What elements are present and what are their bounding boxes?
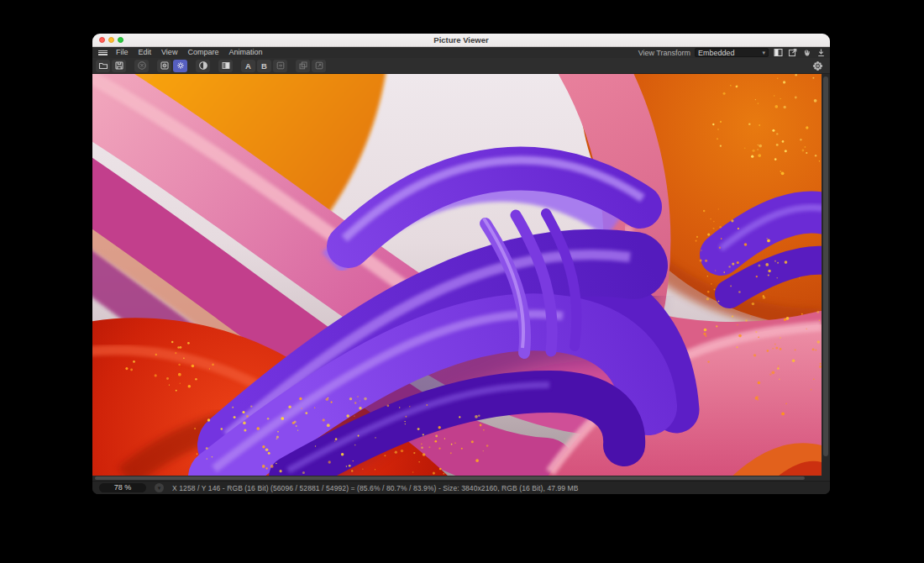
swap-icon	[276, 61, 286, 71]
channel-b-button[interactable]: B	[257, 60, 271, 72]
download-icon[interactable]	[816, 48, 826, 57]
minimize-button[interactable]	[108, 37, 114, 43]
swap-ab-button[interactable]	[273, 60, 287, 72]
horizontal-scrollbar-thumb[interactable]	[95, 476, 805, 480]
split-view-icon[interactable]	[773, 48, 783, 57]
contrast-button[interactable]	[196, 60, 210, 72]
contrast-icon	[198, 61, 208, 71]
render-settings-button[interactable]	[157, 60, 171, 72]
pages-icon	[221, 61, 231, 71]
menu-compare[interactable]: Compare	[182, 47, 223, 58]
gear-icon	[176, 61, 186, 71]
open-external-icon[interactable]	[787, 48, 797, 57]
zoom-dropdown-button[interactable]: ▾	[155, 483, 164, 492]
stop-render-button[interactable]	[134, 60, 149, 72]
close-button[interactable]	[99, 37, 105, 43]
open-button[interactable]	[96, 60, 110, 72]
menu-animation[interactable]: Animation	[223, 47, 267, 58]
save-button[interactable]	[112, 60, 126, 72]
compare-pages-button[interactable]	[218, 60, 233, 72]
menu-bar: File Edit View Compare Animation View Tr…	[92, 47, 830, 58]
gear-chip-icon	[160, 61, 170, 71]
stop-render-icon	[137, 61, 147, 71]
folder-icon	[98, 61, 108, 71]
desktop-background: Picture Viewer File Edit View Compare An…	[0, 0, 924, 563]
floppy-icon	[114, 61, 124, 71]
image-viewport[interactable]	[92, 74, 830, 476]
hamburger-menu-icon[interactable]	[98, 49, 108, 56]
export-icon	[314, 61, 324, 71]
picture-viewer-window: Picture Viewer File Edit View Compare An…	[92, 34, 830, 494]
window-title: Picture Viewer	[92, 35, 830, 45]
zoom-level-field[interactable]: 78 %	[99, 483, 146, 492]
menu-file[interactable]: File	[111, 47, 134, 58]
vertical-scrollbar-thumb[interactable]	[823, 76, 828, 456]
channel-a-button[interactable]: A	[241, 60, 255, 72]
status-bar: 78 % ▾ X 1258 / Y 146 - RGB (16 Bit) (56…	[92, 481, 830, 494]
pixel-info-text: X 1258 / Y 146 - RGB (16 Bit) (56096 / 5…	[172, 484, 579, 492]
copy-layer-button[interactable]	[296, 60, 310, 72]
view-transform-select[interactable]: Embedded ▾	[695, 48, 769, 57]
vertical-scrollbar[interactable]	[822, 74, 830, 476]
horizontal-scrollbar[interactable]	[92, 476, 830, 481]
rendered-image	[92, 74, 822, 476]
chevron-down-icon: ▾	[762, 50, 765, 55]
view-transform-value: Embedded	[698, 49, 762, 57]
title-bar: Picture Viewer	[92, 34, 830, 47]
menu-edit[interactable]: Edit	[134, 47, 157, 58]
view-transform-label: View Transform	[638, 49, 690, 57]
toolbar: A B	[92, 58, 830, 74]
layers-icon	[298, 61, 308, 71]
navigator-flower-icon	[812, 61, 823, 71]
navigator-button[interactable]	[811, 60, 825, 72]
export-layer-button[interactable]	[312, 60, 326, 72]
menu-view[interactable]: View	[156, 47, 182, 58]
chevron-down-icon: ▾	[158, 485, 161, 491]
filter-settings-button[interactable]	[173, 60, 187, 72]
pan-hand-icon[interactable]	[801, 48, 811, 57]
zoom-button[interactable]	[118, 37, 123, 43]
